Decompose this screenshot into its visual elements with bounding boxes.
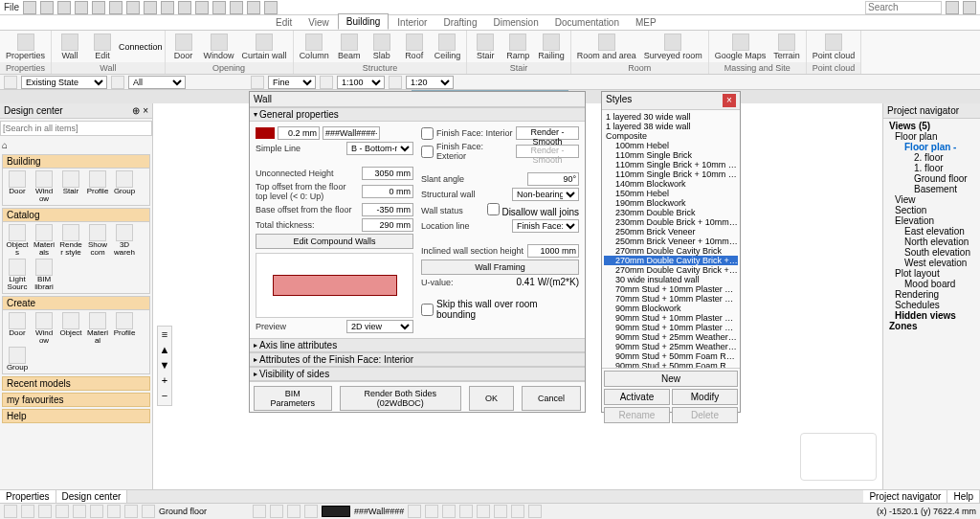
catalog-item[interactable]: 3D wareh	[112, 224, 137, 257]
status-icon[interactable]	[90, 505, 103, 518]
refline-select[interactable]: B - Bottom-most	[346, 142, 413, 155]
wall-framing-button[interactable]: Wall Framing	[421, 260, 579, 275]
qat-icon[interactable]	[40, 1, 54, 14]
tree-node[interactable]: Basement	[885, 184, 978, 194]
tree-node[interactable]: Hidden views	[885, 310, 978, 321]
cancel-button[interactable]: Cancel	[522, 386, 581, 411]
qat-icon[interactable]	[23, 1, 36, 14]
style-item[interactable]: 140mm Blockwork	[604, 179, 738, 189]
style-item[interactable]: 90mm Blockwork	[604, 304, 738, 313]
delete-button[interactable]: Delete	[672, 407, 738, 423]
state-select[interactable]: Existing State	[21, 76, 107, 89]
style-item[interactable]: 90mm Stud + 25mm Weatherboard Both	[604, 342, 738, 351]
status-icon[interactable]	[477, 505, 490, 518]
style-item[interactable]: 270mm Double Cavity Brick + 10mm Ren	[604, 265, 738, 275]
close-icon[interactable]: ×	[723, 94, 736, 107]
status-icon[interactable]	[270, 505, 283, 518]
status-icon[interactable]	[442, 505, 456, 518]
wall-button[interactable]: Wall	[54, 33, 86, 61]
tree-node[interactable]: Zones	[885, 321, 978, 331]
catalog-item[interactable]: Wind ow	[32, 312, 56, 345]
tab-interior[interactable]: Interior	[390, 15, 434, 30]
tab-drafting[interactable]: Drafting	[435, 15, 484, 30]
catalog-item[interactable]: Door	[5, 312, 30, 345]
preview-mode-select[interactable]: 2D view	[346, 320, 413, 333]
down-icon[interactable]: ▼	[158, 359, 171, 372]
recent-models-bar[interactable]: Recent models	[2, 376, 150, 391]
list-icon[interactable]: ≡	[158, 328, 171, 342]
create-group[interactable]: Create	[3, 297, 149, 310]
color-swatch[interactable]	[322, 506, 350, 517]
status-icon[interactable]	[124, 505, 138, 518]
status-floor[interactable]: Ground floor	[159, 507, 207, 516]
tree-node[interactable]: View	[885, 194, 978, 205]
status-icon[interactable]	[304, 505, 318, 518]
ceiling-button[interactable]: Ceiling	[431, 33, 465, 61]
tree-node[interactable]: Floor plan	[885, 131, 978, 142]
activate-button[interactable]: Activate	[604, 389, 670, 405]
tab-edit[interactable]: Edit	[268, 15, 300, 30]
plus-icon[interactable]: +	[158, 374, 171, 388]
style-item[interactable]: 270mm Double Cavity Brick	[604, 246, 738, 256]
search-input[interactable]	[865, 1, 942, 14]
tree-node[interactable]: Ground floor	[885, 173, 978, 184]
finish-int-button[interactable]: Render - Smooth	[516, 126, 579, 140]
style-item[interactable]: 70mm Stud + 10mm Plaster Both Sides	[604, 284, 738, 294]
section-finish-interior[interactable]: Attributes of the Finish Face: Interior	[250, 352, 585, 367]
unconn-height-input[interactable]	[362, 167, 413, 180]
bottom-help-tab[interactable]: Help	[947, 490, 980, 503]
qat-icon[interactable]	[144, 1, 157, 14]
qat-icon[interactable]	[126, 1, 140, 14]
wall-edit-button[interactable]: Edit	[86, 33, 119, 61]
style-item[interactable]: 230mm Double Brick + 10mm Render	[604, 217, 738, 227]
status-icon[interactable]	[56, 505, 69, 518]
ramp-button[interactable]: Ramp	[501, 33, 534, 61]
qat-icon[interactable]	[195, 1, 209, 14]
status-icon[interactable]	[459, 505, 473, 518]
status-icon[interactable]	[425, 505, 438, 518]
point-cloud-button[interactable]: Point cloud	[809, 33, 859, 61]
home-button[interactable]: ⌂	[2, 140, 8, 150]
finish-ext-check[interactable]	[421, 146, 434, 158]
tree-node[interactable]: 1. floor	[885, 163, 978, 173]
color-swatch[interactable]	[256, 127, 275, 139]
properties-button[interactable]: Properties	[2, 33, 49, 61]
slab-button[interactable]: Slab	[366, 33, 398, 61]
total-thickness-input[interactable]	[362, 218, 413, 232]
catalog-item[interactable]: Door	[5, 170, 30, 203]
style-item[interactable]: 1 layered 38 wide wall	[604, 122, 738, 131]
status-icon[interactable]	[408, 505, 421, 518]
tab-dimension[interactable]: Dimension	[485, 15, 546, 30]
style-item[interactable]: 90mm Stud + 10mm Plaster Both Sides	[604, 313, 738, 323]
pin-icon[interactable]: ⊕ ×	[132, 105, 148, 116]
detail-select[interactable]: Fine	[268, 76, 316, 89]
catalog-item[interactable]: Group	[5, 347, 30, 372]
style-item[interactable]: 90mm Stud + 50mm Foam Render Both	[604, 361, 738, 369]
scale-select[interactable]: 1:100	[337, 76, 385, 89]
tree-node[interactable]: Rendering	[885, 289, 978, 300]
building-group[interactable]: Building	[3, 155, 149, 169]
catalog-item[interactable]: Stair	[58, 170, 83, 203]
style-item[interactable]: 110mm Single Brick	[604, 150, 738, 160]
style-item[interactable]: Composite	[604, 131, 738, 141]
new-button[interactable]: New	[604, 371, 738, 387]
wallstatus-check[interactable]	[487, 203, 500, 215]
style-item[interactable]: 70mm Stud + 10mm Plaster Outside	[604, 294, 738, 304]
room-button[interactable]: Room and area	[573, 33, 640, 61]
status-icon[interactable]	[142, 505, 155, 518]
catalog-item[interactable]: BIM librari	[32, 259, 56, 291]
location-select[interactable]: Finish Face: Exterior	[512, 219, 579, 233]
style-item[interactable]: 270mm Double Cavity Brick + 10mm Ren	[604, 256, 738, 265]
modify-button[interactable]: Modify	[672, 389, 738, 405]
filter-icon[interactable]	[111, 76, 124, 89]
help-icon[interactable]	[963, 1, 976, 14]
style-item[interactable]: 90mm Stud + 25mm Weatherboard	[604, 332, 738, 342]
railing-button[interactable]: Railing	[534, 33, 568, 61]
terrain-button[interactable]: Terrain	[769, 33, 804, 61]
minus-icon[interactable]: −	[158, 390, 171, 403]
skip-check[interactable]	[421, 304, 434, 316]
style-item[interactable]: 110mm Single Brick + 10mm Render Both	[604, 160, 738, 169]
scale2-select[interactable]: 1:20	[406, 76, 454, 89]
qat-icon[interactable]	[57, 1, 71, 14]
rename-button[interactable]: Rename	[604, 407, 670, 423]
